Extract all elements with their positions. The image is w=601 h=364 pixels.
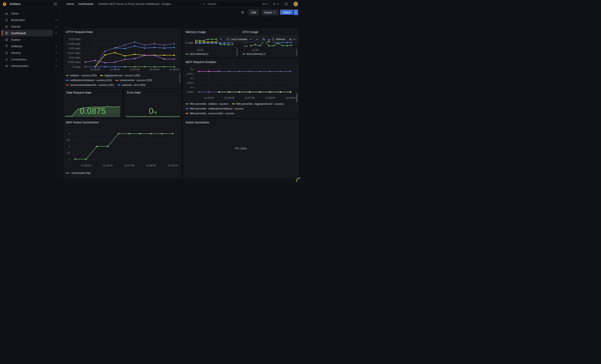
chevron-down-icon [293, 38, 296, 40]
panel-scrollbar[interactable] [237, 49, 238, 56]
legend-scrollbar[interactable] [179, 74, 180, 83]
svg-text:?: ? [286, 3, 287, 5]
time-shift-forward-button[interactable] [254, 36, 260, 42]
chevron-down-icon[interactable] [53, 19, 60, 21]
legend-item[interactable]: fetch-telemetry-0 [186, 52, 209, 56]
legend-item[interactable]: - (streamable-http) [66, 171, 91, 176]
sidebar-link-connections[interactable]: Connections [2, 56, 53, 63]
sidebar-link-alerting[interactable]: Alerting [2, 49, 53, 56]
legend-swatch [118, 85, 120, 85]
panel-http-request-rate[interactable]: HTTP Request Rate 12:25:0012:26:0012:27:… [64, 29, 181, 88]
panel-error-rate[interactable]: Error Rate 0% [125, 89, 181, 118]
legend-item[interactable]: unknown - success (200) [136, 88, 167, 88]
legend-item[interactable]: notifications/initialized - success (202… [66, 78, 112, 83]
zoom-out-button[interactable] [260, 36, 268, 42]
panel-mcp-active-connections[interactable]: MCP Active Connections 12:25:0012:26:001… [64, 119, 181, 178]
sidebar-link-home[interactable]: Home [2, 10, 53, 17]
memory-legend: fetch-telemetry-0 [186, 52, 235, 56]
export-button[interactable]: Export [262, 10, 278, 15]
legend-item[interactable]: tools/list - success (200) [101, 88, 132, 88]
legend-item[interactable]: 95th percentile - initialize - success [186, 101, 228, 106]
sidebar-item-explore: Explore [0, 36, 60, 43]
svg-text:4.50 s: 4.50 s [187, 72, 194, 75]
http-legend: initialize - success (200)logging/setLev… [66, 73, 177, 88]
chevron-down-icon[interactable] [53, 32, 60, 34]
compass-icon [5, 38, 8, 41]
sidebar-link-administration[interactable]: Administration [2, 63, 53, 69]
chevron-down-icon[interactable] [53, 45, 60, 48]
chevron-down-icon[interactable] [53, 65, 60, 67]
refresh-interval-picker[interactable]: 5s [287, 36, 298, 42]
legend-item[interactable]: 95th percentile - notifications/initiali… [186, 106, 243, 111]
chevron-down-icon[interactable] [53, 58, 60, 61]
top-navigation-bar: Grafana Home›Dashboards›ToolHive MCP Ser… [0, 0, 300, 8]
edit-button[interactable]: Edit [249, 10, 258, 15]
sidebar-link-starred[interactable]: Starred [2, 23, 53, 30]
panel-memory-usage[interactable]: Memory Usage 12:2516 MiB fetch-telemetry… [183, 29, 239, 57]
topbar-actions: Search... ⌘+k ? [200, 0, 298, 8]
breadcrumb-item[interactable]: Home [67, 2, 74, 6]
sidebar-link-explore[interactable]: Explore [2, 36, 53, 43]
svg-text:0 req/s: 0 req/s [72, 65, 80, 68]
legend-item[interactable]: tools/call - error (404) [118, 83, 145, 88]
legend-item[interactable]: fetch-telemetry-0 [242, 52, 265, 56]
panel-scrollbar[interactable] [296, 49, 297, 56]
favorite-star-button[interactable] [240, 11, 245, 14]
panel-mcp-request-duration[interactable]: MCP Request Duration 12:25:0012:26:0012:… [183, 59, 298, 118]
panel-title: Error Rate [127, 91, 141, 94]
legend-item[interactable]: resources/list - success (200) [115, 78, 152, 83]
panel-total-request-rate[interactable]: Total Request Rate 0.0875 [64, 89, 122, 118]
panel-active-goroutines[interactable]: Active Goroutines No data [183, 119, 298, 178]
legend-item[interactable]: resources/templates/list - success (200) [66, 83, 114, 88]
legend-scrollbar[interactable] [296, 94, 297, 102]
panel-title: Total Request Rate [66, 91, 91, 94]
home-icon [5, 12, 8, 15]
refresh-button[interactable]: Refresh [270, 36, 287, 42]
drilldown-icon [5, 45, 8, 48]
legend-item[interactable]: logging/setLevel - success (200) [100, 73, 140, 78]
svg-text:5 s: 5 s [190, 68, 194, 71]
time-shift-back-button[interactable] [218, 36, 224, 42]
breadcrumb-item[interactable]: Dashboards [79, 2, 94, 6]
legend-item[interactable]: 95th percentile - logging/setLevel - suc… [232, 101, 284, 106]
divider [281, 2, 282, 6]
breadcrumb-separator: › [76, 2, 77, 5]
panel-title: MCP Request Duration [186, 60, 216, 64]
chevron-down-icon[interactable] [53, 52, 60, 54]
legend-swatch [115, 80, 118, 81]
svg-text:12:25: 12:25 [252, 49, 259, 51]
legend-item[interactable]: 95th percentile - resources/list - succe… [186, 111, 234, 116]
share-menu-chevron-button[interactable] [293, 10, 298, 15]
sidebar-item-drilldown: Drilldown [0, 43, 60, 49]
chevron-down-icon [250, 38, 252, 40]
svg-text:0.005 req/s: 0.005 req/s [68, 61, 81, 64]
help-button[interactable]: ? [283, 2, 289, 6]
panel-cpu-usage[interactable]: CPU Usage 12:250.2%0% fetch-telemetry-0 [240, 29, 298, 57]
chevron-down-icon[interactable] [53, 25, 60, 28]
svg-text:12:28:00: 12:28:00 [150, 68, 160, 71]
http-request-rate-chart: 12:25:0012:26:0012:27:0012:28:0012:29:00… [65, 35, 180, 72]
time-range-picker[interactable]: Last 5 minutes [224, 36, 254, 42]
search-placeholder: Search... [207, 2, 218, 6]
error-rate-value: 0% [125, 106, 181, 116]
search-input[interactable]: Search... ⌘+k [200, 1, 270, 7]
clock-icon [226, 38, 229, 41]
legend-swatch [66, 85, 69, 85]
sidebar-link-bookmarks[interactable]: Bookmarks [2, 17, 53, 23]
chevron-left-icon [220, 38, 222, 40]
panel-title: MCP Active Connections [66, 121, 99, 124]
panel-title: HTTP Request Rate [66, 30, 93, 34]
sidebar-link-dashboards[interactable]: Dashboards [2, 30, 53, 36]
legend-item[interactable]: 95th percentile - resources/templates/li… [186, 116, 246, 117]
dock-sidebar-icon[interactable] [54, 2, 57, 6]
add-new-button[interactable] [271, 2, 280, 6]
user-avatar[interactable] [293, 2, 298, 6]
chevron-down-icon [273, 11, 275, 13]
share-button[interactable]: Share [280, 10, 293, 15]
legend-item[interactable]: tools/call - success (200) [66, 88, 98, 88]
sidebar-link-drilldown[interactable]: Drilldown [2, 43, 53, 49]
svg-text:2.50 s: 2.50 s [187, 90, 194, 93]
svg-text:0.01 req/s: 0.01 req/s [69, 56, 80, 59]
divider [247, 10, 247, 14]
legend-item[interactable]: initialize - success (200) [66, 73, 97, 78]
